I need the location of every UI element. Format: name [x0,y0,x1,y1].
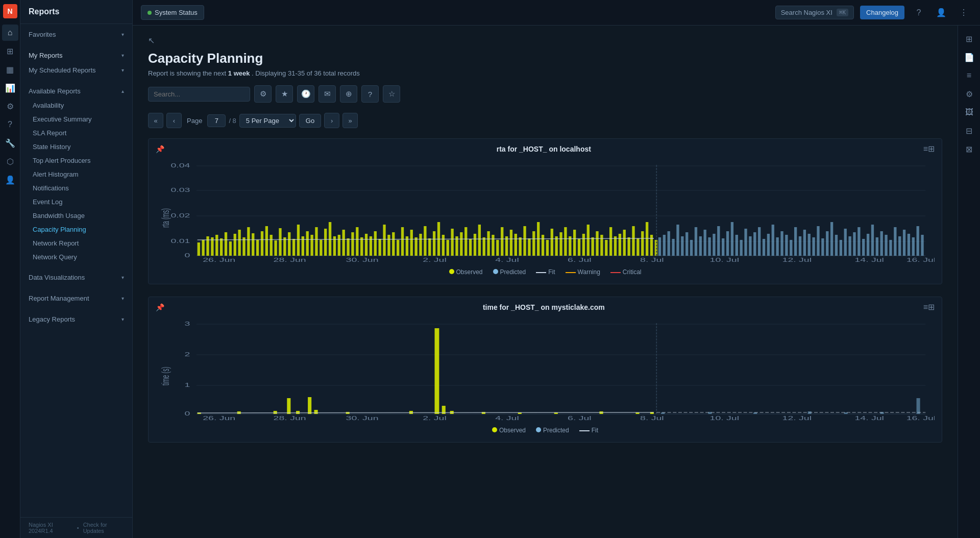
chart1-export-icon[interactable]: ⊞ [928,144,935,154]
chart2-export-icon[interactable]: ⊞ [928,302,935,312]
help-circle-icon[interactable]: ? [911,5,927,21]
prev-page-btn[interactable]: ‹ [166,113,182,128]
my-reports-chevron: ▾ [121,53,124,58]
chart1-pin-icon[interactable]: 📌 [156,145,164,153]
nav-help-icon[interactable]: ? [2,116,18,133]
sidebar-data-visualizations[interactable]: Data Visualizations ▾ [20,270,132,285]
per-page-select[interactable]: 5 Per Page 10 Per Page 25 Per Page 50 Pe… [239,114,296,128]
sidebar-item-executive-summary[interactable]: Executive Summary [20,112,132,126]
search-box[interactable]: Search Nagios XI ⌘K [775,6,854,19]
sidebar-item-network-query[interactable]: Network Query [20,250,132,264]
report-search-input[interactable] [148,87,250,102]
svg-rect-39 [324,229,327,256]
svg-rect-158 [857,227,860,256]
svg-rect-141 [780,231,783,256]
available-chevron: ▴ [121,88,124,94]
right-list-icon[interactable]: ≡ [961,67,977,84]
sidebar-item-sla-report[interactable]: SLA Report [20,126,132,140]
svg-rect-145 [799,236,801,256]
sidebar-available-reports-header[interactable]: Available Reports ▴ [20,84,132,99]
favorite-toolbar-btn[interactable]: ★ [276,85,293,103]
right-export-icon[interactable]: ⊠ [961,141,977,157]
svg-rect-76 [492,235,494,256]
help-toolbar-btn[interactable]: ? [361,85,379,103]
svg-rect-87 [542,235,544,256]
email-toolbar-btn[interactable]: ✉ [318,85,336,103]
sidebar-legacy-reports[interactable]: Legacy Reports ▾ [20,312,132,327]
right-table-icon[interactable]: ⊟ [961,123,977,139]
go-button[interactable]: Go [299,114,321,128]
nav-user-icon[interactable]: 👤 [2,172,18,188]
svg-rect-74 [483,237,485,256]
svg-rect-107 [632,226,634,256]
right-image-icon[interactable]: 🖼 [961,104,977,120]
more-options-icon[interactable]: ⋮ [955,5,972,21]
right-document-icon[interactable]: 📄 [961,49,977,65]
next-page-btn[interactable]: › [324,113,339,128]
sidebar-report-management[interactable]: Report Management ▾ [20,291,132,306]
svg-text:26. Jun: 26. Jun [203,257,235,263]
svg-rect-93 [569,236,571,256]
sidebar-item-alert-histogram[interactable]: Alert Histogram [20,167,132,181]
sidebar-item-bandwidth-usage[interactable]: Bandwidth Usage [20,209,132,223]
svg-rect-22 [247,227,250,256]
chart1-menu-icon[interactable]: ≡ [923,144,928,154]
sidebar-scheduled-reports[interactable]: My Scheduled Reports ▾ [20,63,132,78]
predicted-dot [493,269,498,274]
back-arrow-icon[interactable]: ↖ [148,36,155,45]
svg-text:2. Jul: 2. Jul [423,257,447,263]
page-input[interactable] [207,114,226,127]
svg-text:4. Jul: 4. Jul [495,415,519,421]
warning-line [566,272,576,273]
svg-rect-128 [722,238,724,256]
sidebar-my-reports[interactable]: My Reports ▾ [20,48,132,63]
sidebar-favorites[interactable]: Favorites ▾ [20,27,132,42]
nav-grid-icon[interactable]: ⊞ [2,43,18,59]
nav-chart-icon[interactable]: 📊 [2,80,18,96]
settings-toolbar-btn[interactable]: ⚙ [254,85,272,103]
svg-rect-31 [288,232,290,256]
observed-dot [449,269,454,274]
chart2-menu-icon[interactable]: ≡ [923,303,928,312]
nav-network-icon[interactable]: ⬡ [2,153,18,169]
svg-rect-27 [270,235,273,256]
nav-home-icon[interactable]: ⌂ [2,25,18,41]
changelog-button[interactable]: Changelog [860,6,904,19]
svg-rect-46 [356,227,358,256]
nav-wrench-icon[interactable]: 🔧 [2,135,18,151]
chart2-pin-icon[interactable]: 📌 [156,303,164,311]
svg-rect-77 [496,240,499,256]
svg-rect-127 [717,226,720,256]
svg-rect-129 [726,231,729,256]
last-page-btn[interactable]: » [342,113,358,128]
check-updates-link[interactable]: Check for Updates [83,522,124,534]
svg-text:rta (ms): rta (ms) [160,208,171,228]
sidebar-report-mgmt-section: Report Management ▾ [20,288,132,309]
sidebar-item-network-report[interactable]: Network Report [20,236,132,250]
sidebar-item-state-history[interactable]: State History [20,140,132,154]
right-settings-icon[interactable]: ⚙ [961,86,977,102]
schedule-toolbar-btn[interactable]: 🕐 [297,85,314,103]
user-account-icon[interactable]: 👤 [933,5,949,21]
svg-rect-37 [315,227,317,256]
sidebar-item-capacity-planning[interactable]: Capacity Planning [20,223,132,236]
svg-rect-32 [292,239,295,256]
nav-dashboard-icon[interactable]: ▦ [2,61,18,78]
svg-rect-111 [650,235,653,256]
first-page-btn[interactable]: « [148,113,163,128]
sidebar-item-availability[interactable]: Availability [20,99,132,112]
right-home-icon[interactable]: ⊞ [961,31,977,47]
copy-toolbar-btn[interactable]: ⊕ [340,85,357,103]
svg-rect-104 [619,234,621,256]
svg-rect-54 [392,232,395,256]
sidebar-favorites-section: Favorites ▾ [20,24,132,45]
system-status-button[interactable]: System Status [141,5,204,20]
sidebar-item-event-log[interactable]: Event Log [20,195,132,209]
svg-rect-78 [501,227,503,256]
sidebar-item-notifications[interactable]: Notifications [20,181,132,195]
nav-gear-icon[interactable]: ⚙ [2,98,18,114]
svg-rect-28 [274,240,277,256]
svg-rect-20 [238,230,240,256]
sidebar-item-top-alert-producers[interactable]: Top Alert Producers [20,154,132,167]
star-toolbar-btn[interactable]: ☆ [383,85,400,103]
